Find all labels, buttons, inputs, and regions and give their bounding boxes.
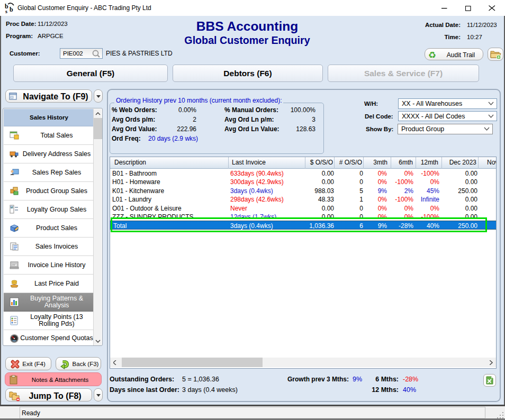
svg-text:♻: ♻ — [429, 50, 436, 59]
svg-text:s: s — [5, 8, 7, 14]
svg-text:b: b — [10, 6, 13, 13]
